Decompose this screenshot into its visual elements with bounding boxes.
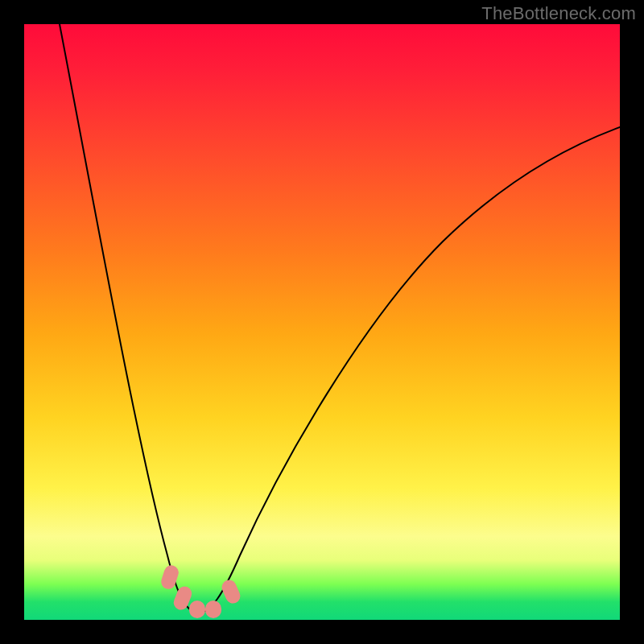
trough-markers bbox=[159, 564, 243, 618]
plot-area bbox=[24, 24, 620, 620]
chart-frame: TheBottleneck.com bbox=[0, 0, 644, 644]
marker-3 bbox=[189, 601, 205, 618]
marker-4 bbox=[205, 601, 221, 618]
bottleneck-curve bbox=[24, 24, 620, 620]
curve-path bbox=[60, 24, 620, 613]
marker-5 bbox=[220, 578, 243, 606]
watermark-text: TheBottleneck.com bbox=[481, 3, 636, 24]
